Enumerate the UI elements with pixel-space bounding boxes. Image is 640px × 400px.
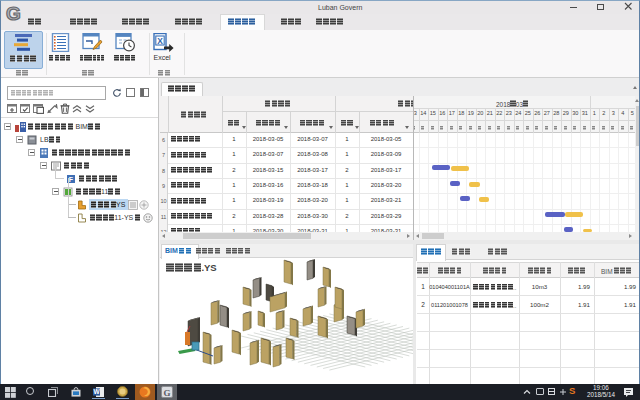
svg-text:X: X bbox=[157, 36, 163, 46]
svg-text:G: G bbox=[6, 3, 21, 24]
svg-text:F: F bbox=[69, 176, 74, 183]
svg-text:W: W bbox=[93, 388, 100, 395]
svg-text:G: G bbox=[163, 388, 170, 398]
